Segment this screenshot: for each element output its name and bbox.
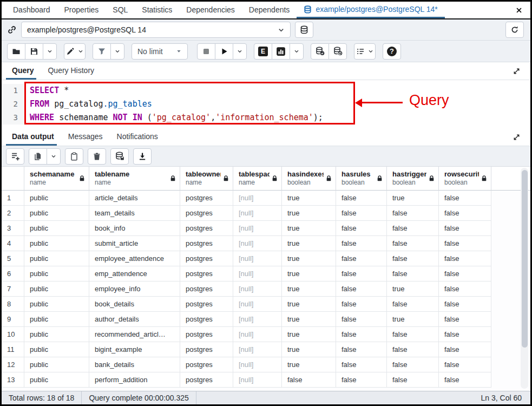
row-number[interactable]: 13: [2, 372, 24, 388]
cell-tablename[interactable]: bank_details: [89, 357, 180, 372]
cell-tablespace[interactable]: [null]: [233, 266, 282, 281]
cell-tableowner[interactable]: postgres: [180, 342, 233, 357]
cell-hasindexes[interactable]: true: [282, 297, 336, 312]
cell-tablespace[interactable]: [null]: [233, 327, 282, 342]
row-number[interactable]: 8: [2, 297, 24, 312]
explain-analyze-button[interactable]: [272, 43, 290, 60]
cell-tablespace[interactable]: [null]: [233, 251, 282, 266]
cell-rowsecurity[interactable]: false: [439, 342, 491, 357]
tab-data-output[interactable]: Data output: [5, 128, 61, 146]
cell-rowsecurity[interactable]: false: [439, 206, 491, 221]
cell-hastriggers[interactable]: false: [387, 327, 439, 342]
refresh-layout-button[interactable]: [505, 22, 524, 38]
save-file-button[interactable]: [25, 43, 43, 60]
cell-hasrules[interactable]: false: [336, 281, 387, 297]
cell-hastriggers[interactable]: false: [387, 236, 439, 251]
cell-tableowner[interactable]: postgres: [180, 191, 233, 206]
cell-rowsecurity[interactable]: false: [439, 236, 491, 251]
cell-tablespace[interactable]: [null]: [233, 221, 282, 236]
cell-tablespace[interactable]: [null]: [233, 372, 282, 388]
cell-hasrules[interactable]: false: [336, 236, 387, 251]
cell-rowsecurity[interactable]: false: [439, 266, 491, 281]
row-number[interactable]: 6: [2, 266, 24, 281]
cell-schemaname[interactable]: public: [24, 266, 89, 281]
cell-schemaname[interactable]: public: [24, 206, 89, 221]
tab-properties[interactable]: Properties: [57, 2, 106, 18]
row-number[interactable]: 10: [2, 327, 24, 342]
cell-tableowner[interactable]: postgres: [180, 297, 233, 312]
cell-tableowner[interactable]: postgres: [180, 236, 233, 251]
cell-hastriggers[interactable]: false: [387, 297, 439, 312]
column-header-tablename[interactable]: tablenamename: [89, 167, 180, 191]
select-all-corner[interactable]: [2, 167, 24, 191]
paste-button[interactable]: [65, 148, 83, 165]
cell-tablename[interactable]: team_details: [89, 206, 180, 221]
sql-editor[interactable]: 1 SELECT * 2 FROM pg_catalog.pg_tables 3…: [2, 80, 530, 128]
cell-hasindexes[interactable]: true: [282, 281, 336, 297]
execute-options-chevron[interactable]: [233, 43, 247, 60]
expand-output-icon[interactable]: [513, 128, 527, 146]
cell-schemaname[interactable]: public: [24, 236, 89, 251]
cell-hasrules[interactable]: false: [336, 221, 387, 236]
row-number[interactable]: 12: [2, 357, 24, 372]
cell-hasindexes[interactable]: true: [282, 236, 336, 251]
cell-hasrules[interactable]: false: [336, 312, 387, 327]
cell-schemaname[interactable]: public: [24, 297, 89, 312]
row-number[interactable]: 4: [2, 236, 24, 251]
cell-tablename[interactable]: recommended_articl…: [89, 327, 180, 342]
tab-dependents[interactable]: Dependents: [242, 2, 297, 18]
cell-tablename[interactable]: emp_attendence: [89, 266, 180, 281]
cell-schemaname[interactable]: public: [24, 221, 89, 236]
cell-tableowner[interactable]: postgres: [180, 357, 233, 372]
cell-rowsecurity[interactable]: false: [439, 251, 491, 266]
filter-button[interactable]: [93, 43, 111, 60]
cell-hastriggers[interactable]: false: [387, 221, 439, 236]
rollback-button[interactable]: [329, 43, 347, 60]
cell-rowsecurity[interactable]: false: [439, 281, 491, 297]
cell-schemaname[interactable]: public: [24, 372, 89, 388]
explain-button[interactable]: E: [254, 43, 272, 60]
tab-dashboard[interactable]: Dashboard: [6, 2, 57, 18]
cell-hastriggers[interactable]: true: [387, 312, 439, 327]
cell-hasindexes[interactable]: true: [282, 191, 336, 206]
cell-tablename[interactable]: employee_attendence: [89, 251, 180, 266]
cell-hasindexes[interactable]: true: [282, 266, 336, 281]
cell-tablename[interactable]: employee_info: [89, 281, 180, 297]
row-number[interactable]: 5: [2, 251, 24, 266]
cell-hasrules[interactable]: false: [336, 251, 387, 266]
cell-hasrules[interactable]: false: [336, 372, 387, 388]
connection-select[interactable]: example/postgres@PostgreSQL 14: [21, 22, 291, 38]
cell-hastriggers[interactable]: false: [387, 372, 439, 388]
cell-tablename[interactable]: bigint_example: [89, 342, 180, 357]
cell-rowsecurity[interactable]: false: [439, 312, 491, 327]
macros-button[interactable]: [354, 43, 376, 60]
cell-hasrules[interactable]: false: [336, 206, 387, 221]
tab-query-tool[interactable]: example/postgres@PostgreSQL 14*: [297, 2, 444, 18]
cell-hasindexes[interactable]: false: [282, 372, 336, 388]
row-number[interactable]: 2: [2, 206, 24, 221]
row-number[interactable]: 3: [2, 221, 24, 236]
cell-schemaname[interactable]: public: [24, 312, 89, 327]
row-number[interactable]: 1: [2, 191, 24, 206]
cell-hasindexes[interactable]: true: [282, 206, 336, 221]
edit-button[interactable]: [64, 43, 86, 60]
cell-schemaname[interactable]: public: [24, 281, 89, 297]
expand-editor-icon[interactable]: [513, 62, 527, 80]
new-connection-button[interactable]: [295, 22, 313, 38]
add-row-button[interactable]: [6, 148, 24, 165]
cell-rowsecurity[interactable]: false: [439, 327, 491, 342]
cell-schemaname[interactable]: public: [24, 327, 89, 342]
cell-schemaname[interactable]: public: [24, 251, 89, 266]
cell-tablename[interactable]: article_details: [89, 191, 180, 206]
explain-options-chevron[interactable]: [290, 43, 304, 60]
cell-tableowner[interactable]: postgres: [180, 251, 233, 266]
cell-tableowner[interactable]: postgres: [180, 221, 233, 236]
cell-hasindexes[interactable]: true: [282, 342, 336, 357]
cell-hasindexes[interactable]: true: [282, 327, 336, 342]
vertical-scrollbar[interactable]: [521, 168, 528, 389]
cell-hastriggers[interactable]: true: [387, 281, 439, 297]
cell-hasrules[interactable]: false: [336, 342, 387, 357]
cell-tablespace[interactable]: [null]: [233, 342, 282, 357]
execute-button[interactable]: [215, 43, 233, 60]
download-button[interactable]: [133, 148, 152, 165]
